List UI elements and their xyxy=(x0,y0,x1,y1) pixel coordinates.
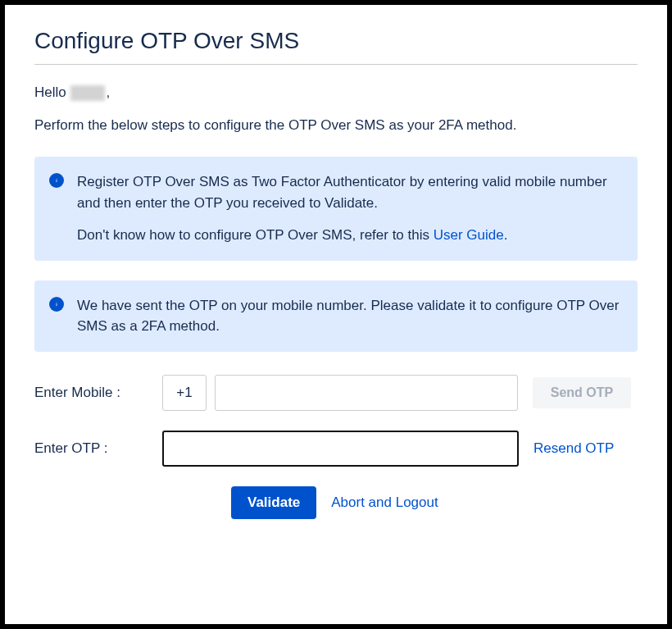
validate-button[interactable]: Validate xyxy=(231,486,316,519)
mobile-input[interactable] xyxy=(215,375,518,411)
greeting-prefix: Hello xyxy=(34,84,70,100)
greeting-line: Hello , xyxy=(34,84,638,101)
info-icon xyxy=(49,173,64,188)
alert-content: Register OTP Over SMS as Two Factor Auth… xyxy=(77,171,621,246)
page-title: Configure OTP Over SMS xyxy=(34,28,638,54)
info-icon xyxy=(49,297,64,312)
otp-label: Enter OTP : xyxy=(34,440,162,457)
user-guide-link[interactable]: User Guide xyxy=(434,227,504,243)
send-otp-button[interactable]: Send OTP xyxy=(533,377,631,408)
country-code-input[interactable] xyxy=(162,375,207,411)
action-row: Validate Abort and Logout xyxy=(231,486,638,519)
mobile-row: Enter Mobile : Send OTP xyxy=(34,375,638,411)
info-alert-sent: We have sent the OTP on your mobile numb… xyxy=(34,280,638,352)
alert1-paragraph1: Register OTP Over SMS as Two Factor Auth… xyxy=(77,171,621,213)
title-divider xyxy=(34,64,638,65)
abort-logout-link[interactable]: Abort and Logout xyxy=(331,495,438,511)
user-name-placeholder xyxy=(70,85,105,101)
otp-row: Enter OTP : Resend OTP xyxy=(34,431,638,467)
form-section: Enter Mobile : Send OTP Enter OTP : Rese… xyxy=(34,375,638,519)
greeting-suffix: , xyxy=(106,84,110,100)
mobile-label: Enter Mobile : xyxy=(34,385,162,401)
info-alert-register: Register OTP Over SMS as Two Factor Auth… xyxy=(34,157,638,261)
instruction-text: Perform the below steps to configure the… xyxy=(34,117,638,134)
otp-input[interactable] xyxy=(162,431,519,467)
alert1-paragraph2: Don't know how to configure OTP Over SMS… xyxy=(77,225,621,246)
alert-content: We have sent the OTP on your mobile numb… xyxy=(77,295,621,337)
alert1-p2-prefix: Don't know how to configure OTP Over SMS… xyxy=(77,227,434,243)
alert2-text: We have sent the OTP on your mobile numb… xyxy=(77,295,621,337)
resend-otp-link[interactable]: Resend OTP xyxy=(534,440,632,457)
configure-otp-panel: Configure OTP Over SMS Hello , Perform t… xyxy=(5,5,667,624)
alert1-p2-suffix: . xyxy=(504,227,508,243)
